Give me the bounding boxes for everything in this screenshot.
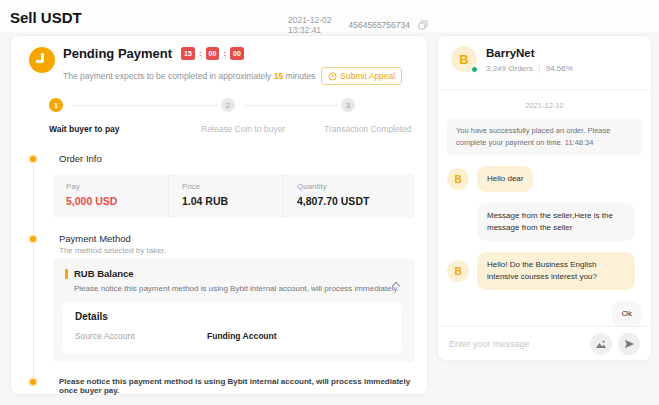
pending-subtitle-text2: minutes [286, 71, 316, 81]
appeal-clock-icon [328, 72, 337, 81]
submit-appeal-label: Submit Appeal [340, 71, 395, 81]
quantity-label: Quantity [297, 182, 415, 191]
order-info-quantity: Quantity 4,807.70 USDT [283, 174, 415, 218]
method-name: RUB Balance [74, 268, 134, 279]
pending-subtitle-minutes: 15 [274, 71, 283, 81]
payment-method-subtitle: The method selected by taker. [59, 246, 166, 255]
pay-label: Pay [66, 182, 168, 191]
payment-method-box: RUB Balance Please notice this payment m… [53, 259, 415, 362]
copy-icon[interactable] [418, 20, 428, 30]
order-info-price: Price 1.04 RUB [168, 174, 283, 218]
message-bubble-self: Ok [612, 301, 642, 327]
price-label: Price [182, 182, 283, 191]
payment-method-title: Payment Method [59, 233, 131, 244]
pending-subtitle-text: The payment expects to be completed in a… [63, 71, 271, 81]
method-note: Please notice this payment method is usi… [74, 284, 403, 293]
step-circle-2: 2 [221, 98, 235, 112]
message-avatar: B [447, 168, 469, 190]
chat-message-row: B Hello dear [447, 166, 642, 192]
countdown-millis: 00 [230, 47, 244, 60]
method-accent-bar [65, 269, 68, 279]
stats-divider [539, 65, 540, 73]
chat-message-row: B Hello! Do the Business English intensi… [447, 252, 642, 290]
pending-clock-icon [29, 47, 55, 73]
step-label-completed: Transaction Completed [324, 124, 412, 134]
countdown-separator: : [223, 49, 226, 58]
message-bubble: Hello dear [477, 166, 533, 192]
order-meta: 2021-12-02 13:32:41 4564565756734 [288, 15, 428, 35]
chat-message-list[interactable]: 2021-12-10 You have successfully placed … [438, 90, 651, 326]
chat-date: 2021-12-10 [447, 101, 642, 110]
pending-payment-title: Pending Payment [63, 46, 172, 61]
chat-input-row [438, 327, 651, 361]
countdown-seconds: 00 [206, 47, 220, 60]
submit-appeal-button[interactable]: Submit Appeal [321, 67, 402, 85]
image-upload-button[interactable] [590, 333, 612, 355]
order-info-box: Pay 5,000 USD Price 1.04 RUB Quantity 4,… [53, 174, 415, 218]
chat-message-input[interactable] [449, 339, 584, 349]
online-status-dot [471, 66, 478, 73]
footer-note: Please notice this payment method is usi… [59, 377, 411, 395]
order-timestamp: 2021-12-02 13:32:41 [288, 15, 341, 35]
step-label-wait-buyer: Wait buyer to pay [49, 124, 120, 134]
order-progress-stepper: 1 2 3 Wait buyer to pay Release Coin to … [21, 98, 419, 144]
pending-subtitle: The payment expects to be completed in a… [63, 71, 315, 81]
chat-panel: B BarryNet 3,249 Orders 94.56% 2021-12-1… [437, 35, 652, 361]
send-button[interactable] [618, 333, 640, 355]
timeline-bullet [30, 379, 36, 385]
chat-message-row: Message from the seller,Here is the mess… [447, 203, 642, 241]
source-account-value: Funding Account [207, 331, 277, 341]
timeline-bullet [30, 156, 36, 162]
step-connector [245, 105, 337, 106]
source-account-label: Source Account [75, 331, 207, 341]
price-value: 1.04 RUB [182, 195, 283, 207]
details-title: Details [75, 311, 389, 322]
image-icon [595, 339, 607, 349]
send-icon [624, 339, 635, 349]
page-title: Sell USDT [10, 9, 82, 26]
countdown-separator: : [199, 49, 202, 58]
chat-message-row-self: Ok [447, 301, 642, 327]
seller-rate: 94.56% [546, 64, 573, 73]
method-details-box: Details Source Account Funding Account [63, 302, 401, 354]
step-circle-1: 1 [49, 98, 63, 112]
pay-value: 5,000 USD [66, 195, 168, 207]
order-detail-panel: Pending Payment 15 : 00 : 00 The payment… [10, 35, 428, 395]
countdown-minutes: 15 [181, 47, 195, 60]
step-connector [73, 105, 217, 106]
order-id: 4564565756734 [349, 20, 410, 30]
step-label-release-coin: Release Coin to buyer [201, 124, 285, 134]
message-bubble: Message from the seller,Here is the mess… [477, 203, 635, 241]
timeline-bullet [30, 236, 36, 242]
quantity-value: 4,807.70 USDT [297, 195, 415, 207]
seller-orders: 3,249 Orders [486, 64, 533, 73]
seller-stats: 3,249 Orders 94.56% [486, 64, 573, 73]
message-bubble: Hello! Do the Business English intensive… [477, 252, 635, 290]
system-message: You have successfully placed an order. P… [447, 118, 642, 155]
message-avatar: B [447, 260, 469, 282]
seller-name: BarryNet [486, 47, 535, 59]
order-info-pay: Pay 5,000 USD [53, 174, 168, 218]
step-circle-3: 3 [341, 98, 355, 112]
timeline-rail [33, 166, 34, 379]
order-info-title: Order Info [59, 153, 102, 164]
